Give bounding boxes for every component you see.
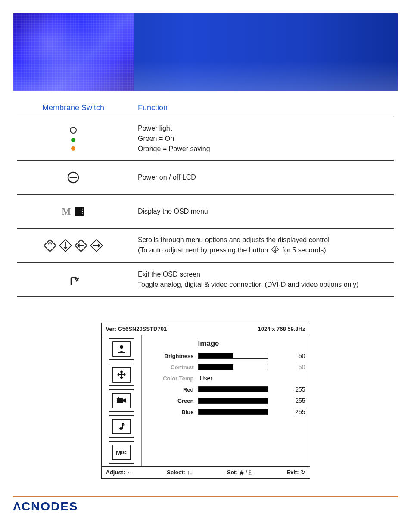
- set-symbol-icon: ◉ / ⎘: [239, 469, 252, 476]
- music-note-icon: [117, 422, 126, 431]
- exit-text-line1: Exit the OSD screen: [138, 269, 394, 280]
- green-bar[interactable]: [198, 398, 268, 404]
- svg-rect-3: [117, 398, 123, 403]
- menu-square-icon: [75, 207, 84, 216]
- m-icon: M: [62, 206, 71, 217]
- exit-text-line2: Toggle analog, digital & video connectio…: [138, 280, 394, 290]
- osd-tab-position[interactable]: [109, 364, 134, 386]
- table-row: Scrolls through menu options and adjusts…: [17, 229, 394, 263]
- power-onoff-text: Power on / off LCD: [138, 174, 196, 181]
- orange-dot-icon: [71, 146, 75, 151]
- footer-exit: Exit: ↻: [286, 469, 305, 476]
- green-label: Green: [146, 398, 194, 404]
- osd-row-colortemp[interactable]: Color Temp User: [146, 375, 305, 382]
- osd-header: Ver: G56SN20SSTD701 1024 x 768 59.8Hz: [102, 323, 310, 335]
- left-right-arrow-icon: ↔: [127, 469, 132, 476]
- table-row: Power on / off LCD: [17, 161, 394, 195]
- banner-circuit-photo: [13, 13, 134, 91]
- brightness-label: Brightness: [146, 353, 194, 359]
- footer-divider: ΛCNODES: [13, 496, 398, 513]
- colortemp-value: User: [198, 375, 284, 382]
- diamond-down-inline-icon: [271, 246, 279, 256]
- osd-section-title: Image: [146, 339, 305, 348]
- svg-point-5: [119, 427, 123, 430]
- footer-adjust: Adjust: ↔: [106, 469, 133, 476]
- up-down-arrow-icon: ↑↓: [187, 469, 193, 476]
- brightness-value: 50: [288, 352, 305, 359]
- osd-sidebar: Misc: [102, 335, 142, 466]
- blue-bar[interactable]: [198, 409, 268, 415]
- scroll-text-line1: Scrolls through menu options and adjusts…: [138, 235, 394, 245]
- colortemp-label: Color Temp: [146, 375, 194, 382]
- membrane-switch-table: Membrane Switch Function Power light Gre…: [17, 100, 394, 297]
- contrast-label: Contrast: [146, 364, 194, 370]
- red-label: Red: [146, 386, 194, 393]
- osd-content: Image Brightness 50 Contrast 50 Color Te…: [142, 335, 310, 466]
- person-icon: [116, 344, 127, 354]
- table-row: Exit the OSD screen Toggle analog, digit…: [17, 263, 394, 297]
- diamond-up-icon: [44, 239, 56, 252]
- table-row: M Display the OSD menu: [17, 195, 394, 229]
- table-row: Power light Green = On Orange = Power sa…: [17, 117, 394, 161]
- return-icon: ↻: [301, 469, 305, 476]
- header-membrane-switch: Membrane Switch: [17, 103, 129, 112]
- contrast-bar[interactable]: [198, 364, 268, 370]
- osd-row-red[interactable]: Red 255: [146, 386, 305, 393]
- osd-row-green[interactable]: Green 255: [146, 397, 305, 404]
- brand-logo: ΛCNODES: [13, 500, 398, 513]
- osd-row-contrast[interactable]: Contrast 50: [146, 364, 305, 370]
- power-light-text: Power light: [138, 123, 394, 134]
- osd-version: Ver: G56SN20SSTD701: [106, 326, 167, 332]
- osd-tab-image[interactable]: [109, 338, 134, 360]
- osd-tab-audio[interactable]: [109, 415, 134, 438]
- osd-footer: Adjust: ↔ Select: ↑↓ Set: ◉ / ⎘ Exit: ↻: [102, 466, 310, 478]
- move-arrows-icon: [116, 370, 127, 380]
- svg-point-2: [120, 345, 123, 349]
- brightness-bar[interactable]: [198, 353, 268, 359]
- ring-icon: [70, 127, 77, 134]
- footer-set: Set: ◉ / ⎘: [227, 469, 252, 476]
- footer-select: Select: ↑↓: [167, 469, 193, 476]
- diamond-left-icon: [75, 239, 87, 252]
- header-banner: [13, 13, 398, 91]
- red-bar[interactable]: [198, 386, 268, 392]
- diamond-down-icon: [59, 239, 72, 252]
- svg-point-4: [118, 397, 119, 398]
- power-button-icon: [66, 171, 80, 184]
- auto-adjust-text-a: (To auto adjustment by pressing the butt…: [138, 246, 268, 254]
- osd-tab-misc[interactable]: Misc: [109, 441, 134, 464]
- table-header-row: Membrane Switch Function: [17, 100, 394, 117]
- osd-resolution: 1024 x 768 59.8Hz: [258, 326, 305, 332]
- osd-row-blue[interactable]: Blue 255: [146, 408, 305, 415]
- blue-value: 255: [288, 408, 305, 415]
- osd-tab-tools[interactable]: [109, 389, 134, 412]
- auto-adjust-text-b: for 5 seconds): [282, 246, 326, 254]
- camera-icon: [115, 396, 128, 405]
- red-value: 255: [288, 386, 305, 393]
- osd-panel: Ver: G56SN20SSTD701 1024 x 768 59.8Hz: [101, 323, 310, 479]
- green-on-text: Green = On: [138, 134, 394, 144]
- osd-menu-text: Display the OSD menu: [138, 208, 208, 215]
- green-dot-icon: [71, 138, 75, 142]
- orange-saving-text: Orange = Power saving: [138, 144, 394, 154]
- blue-label: Blue: [146, 409, 194, 415]
- return-arrow-icon: [66, 272, 81, 287]
- diamond-right-icon: [90, 239, 103, 252]
- osd-row-brightness[interactable]: Brightness 50: [146, 352, 305, 359]
- green-value: 255: [288, 397, 305, 404]
- header-function: Function: [129, 103, 394, 112]
- contrast-value: 50: [288, 364, 305, 370]
